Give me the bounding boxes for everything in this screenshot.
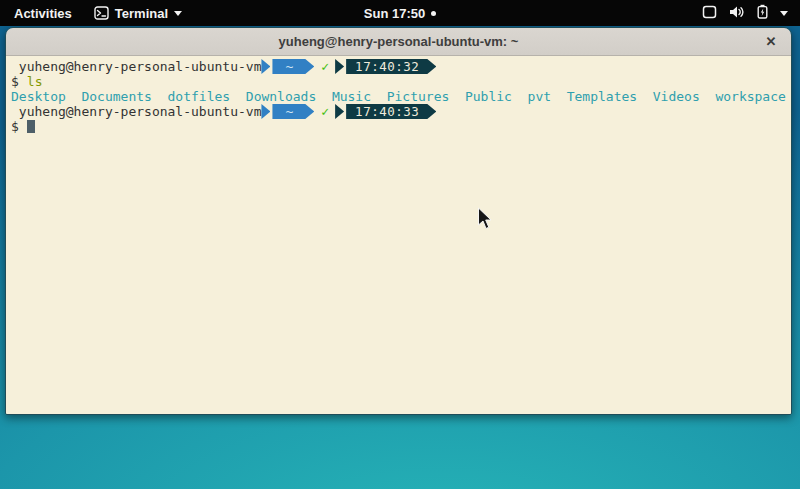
prompt-path-segment: ~ bbox=[272, 104, 314, 119]
directory-list: Desktop Documents dotfiles Downloads Mus… bbox=[11, 89, 786, 104]
check-icon: ✓ bbox=[321, 59, 329, 74]
prompt-time-segment: 17:40:33 bbox=[346, 104, 436, 119]
terminal-content[interactable]: yuheng@henry-personal-ubuntu-vm ~ ✓ 17:4… bbox=[6, 56, 791, 414]
prompt-dollar: $ bbox=[11, 74, 19, 89]
prompt-user: yuheng@henry-personal-ubuntu-vm bbox=[11, 104, 261, 119]
terminal-cursor bbox=[27, 120, 35, 133]
powerline-arrow-icon bbox=[261, 59, 270, 74]
desktop-background: Activities Terminal Sun 17:50 bbox=[0, 0, 800, 489]
command-text: ls bbox=[27, 74, 43, 89]
prompt-line-1: yuheng@henry-personal-ubuntu-vm ~ ✓ 17:4… bbox=[11, 59, 786, 74]
input-line[interactable]: $ bbox=[11, 119, 786, 134]
clock-label: Sun 17:50 bbox=[364, 6, 425, 21]
app-menu-label: Terminal bbox=[115, 6, 168, 21]
powerline-arrow-icon bbox=[335, 104, 344, 119]
activities-button[interactable]: Activities bbox=[10, 4, 76, 23]
prompt-line-2: yuheng@henry-personal-ubuntu-vm ~ ✓ 17:4… bbox=[11, 104, 786, 119]
clock-button[interactable]: Sun 17:50 bbox=[364, 6, 436, 21]
app-menu-terminal[interactable]: Terminal bbox=[94, 6, 182, 21]
ls-output-line: Desktop Documents dotfiles Downloads Mus… bbox=[11, 89, 786, 104]
prompt-user: yuheng@henry-personal-ubuntu-vm bbox=[11, 59, 261, 74]
terminal-app-icon bbox=[94, 6, 109, 20]
powerline-arrow-icon bbox=[335, 59, 344, 74]
screen-icon bbox=[702, 5, 717, 22]
chevron-down-icon bbox=[174, 11, 182, 16]
volume-icon bbox=[729, 5, 745, 22]
battery-charging-icon bbox=[757, 4, 768, 22]
prompt-dollar: $ bbox=[11, 119, 19, 134]
powerline-arrow-icon bbox=[261, 104, 270, 119]
window-title: yuheng@henry-personal-ubuntu-vm: ~ bbox=[279, 34, 519, 49]
system-menu-chevron-icon bbox=[780, 11, 788, 16]
prompt-path-segment: ~ bbox=[272, 59, 314, 74]
system-indicators[interactable] bbox=[702, 4, 800, 22]
command-line: $ ls bbox=[11, 74, 786, 89]
window-titlebar[interactable]: yuheng@henry-personal-ubuntu-vm: ~ ✕ bbox=[6, 28, 791, 56]
close-icon[interactable]: ✕ bbox=[759, 28, 783, 55]
check-icon: ✓ bbox=[321, 104, 329, 119]
top-bar: Activities Terminal Sun 17:50 bbox=[0, 0, 800, 26]
notification-dot-icon bbox=[431, 11, 436, 16]
terminal-window: yuheng@henry-personal-ubuntu-vm: ~ ✕ yuh… bbox=[5, 27, 792, 415]
prompt-time-segment: 17:40:32 bbox=[346, 59, 436, 74]
